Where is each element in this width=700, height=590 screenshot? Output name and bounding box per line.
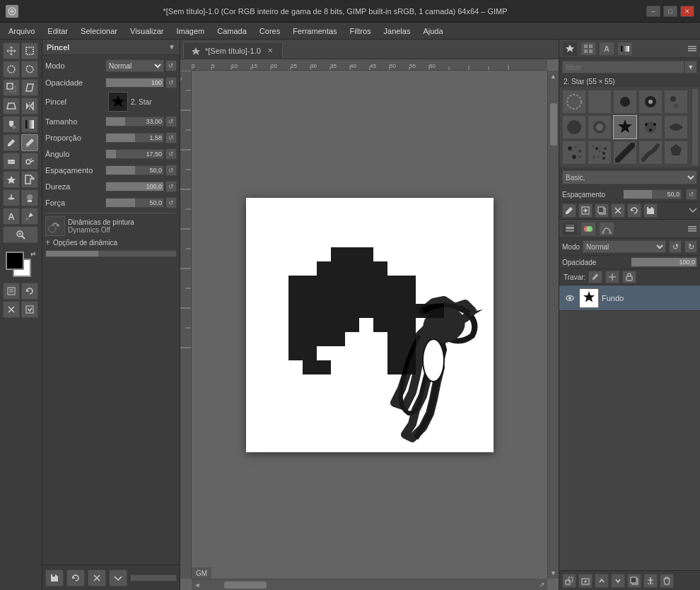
- text-tool[interactable]: A: [3, 208, 20, 225]
- flip-tool[interactable]: [21, 98, 38, 114]
- new-layer-button[interactable]: [578, 574, 593, 588]
- transform-tool[interactable]: [3, 79, 20, 96]
- brush-filter-input[interactable]: [562, 61, 684, 73]
- lock-all-button[interactable]: [622, 271, 636, 283]
- move-tool[interactable]: [3, 42, 20, 59]
- brush-cell-2[interactable]: [588, 90, 612, 114]
- menu-imagem[interactable]: Imagem: [171, 25, 211, 37]
- shear-tool[interactable]: [21, 79, 38, 96]
- opacity-reset[interactable]: ↺: [165, 77, 177, 88]
- layers-undo-button[interactable]: ↺: [669, 240, 682, 253]
- save-preset-button[interactable]: [45, 570, 64, 586]
- menu-visualizar[interactable]: Visualizar: [124, 25, 170, 37]
- layers-redo-button[interactable]: ↻: [684, 240, 697, 253]
- dynamics-slider[interactable]: [45, 250, 177, 257]
- menu-arquivo[interactable]: Arquivo: [3, 25, 40, 37]
- brush-tab-brushes[interactable]: [562, 42, 578, 56]
- menu-filtros[interactable]: Filtros: [344, 25, 377, 37]
- lock-pixels-button[interactable]: [588, 271, 602, 283]
- brush-cell-9[interactable]: [638, 115, 663, 139]
- dynamics-options-row[interactable]: + Opções de dinâmica: [45, 237, 177, 247]
- tool-delete[interactable]: [3, 301, 20, 318]
- tool-restore[interactable]: [21, 283, 38, 300]
- menu-camada[interactable]: Camada: [211, 25, 252, 37]
- duplicate-layer[interactable]: [627, 574, 641, 588]
- brush-cell-7[interactable]: [588, 115, 612, 139]
- nav-icon[interactable]: ↗: [536, 579, 547, 590]
- brush-new-icon[interactable]: [578, 203, 593, 218]
- brush-save-icon[interactable]: [643, 203, 658, 218]
- brush-refresh-icon[interactable]: [627, 203, 641, 218]
- brush-edit-icon[interactable]: [562, 203, 576, 218]
- scroll-thumb-v[interactable]: [550, 103, 557, 146]
- free-select-tool[interactable]: [21, 61, 38, 78]
- layers-opacity-slider[interactable]: 100,0: [631, 257, 698, 267]
- blend-tool[interactable]: [21, 116, 38, 133]
- brush-thumbnail[interactable]: [108, 92, 128, 112]
- new-layer-from-selection[interactable]: [562, 574, 576, 588]
- layers-tab-channels[interactable]: [581, 222, 596, 236]
- panel-expand-icon[interactable]: ▼: [168, 43, 175, 51]
- close-button[interactable]: ✕: [680, 6, 694, 17]
- brush-cell-star[interactable]: [613, 115, 637, 139]
- restore-preset-button[interactable]: [66, 570, 85, 586]
- airbrush-tool[interactable]: [21, 153, 38, 170]
- brush-grid-scrollbar[interactable]: [692, 88, 699, 166]
- canvas-viewport[interactable]: [192, 71, 547, 579]
- zoom-tool[interactable]: [3, 226, 38, 243]
- scroll-left-arrow[interactable]: ◄: [192, 579, 203, 591]
- brush-cell-12[interactable]: [588, 141, 612, 165]
- layers-tab-layers[interactable]: [562, 222, 578, 236]
- brush-delete-icon[interactable]: [611, 203, 625, 218]
- opacity-slider[interactable]: 100: [105, 78, 164, 88]
- foreground-color[interactable]: [6, 252, 24, 270]
- mode-reset[interactable]: ↺: [165, 60, 177, 71]
- paintbrush-tool[interactable]: [21, 134, 38, 151]
- menu-ajuda[interactable]: Ajuda: [417, 25, 448, 37]
- brush-filter-dropdown[interactable]: ▼: [684, 61, 697, 73]
- horizontal-scrollbar[interactable]: ◄ ► ↗: [192, 579, 547, 590]
- brush-cell-5[interactable]: [664, 90, 688, 114]
- vertical-scrollbar[interactable]: ▲ ▼: [547, 71, 559, 579]
- spacing-bar[interactable]: 50,0: [623, 189, 682, 199]
- rect-select-tool[interactable]: [21, 42, 38, 59]
- mode-select[interactable]: Normal: [105, 59, 164, 72]
- move-layer-down[interactable]: [611, 574, 625, 588]
- menu-ferramentas[interactable]: Ferramentas: [287, 25, 342, 37]
- scroll-down-arrow[interactable]: ▼: [548, 567, 559, 579]
- delete-preset-button[interactable]: [88, 570, 106, 586]
- menu-editar[interactable]: Editar: [42, 25, 74, 37]
- brush-cell-4[interactable]: [638, 90, 663, 114]
- clone-tool[interactable]: [21, 171, 38, 188]
- menu-cores[interactable]: Cores: [254, 25, 286, 37]
- table-row[interactable]: Fundo: [559, 285, 700, 311]
- color-pick-tool[interactable]: [21, 208, 38, 225]
- brush-panel-menu[interactable]: [687, 43, 697, 54]
- heal-tool[interactable]: [3, 171, 20, 188]
- smudge-tool[interactable]: [3, 189, 20, 206]
- spacing-reset[interactable]: ↺: [165, 165, 177, 176]
- hardness-reset[interactable]: ↺: [165, 181, 177, 192]
- brush-duplicate-icon[interactable]: [595, 203, 609, 218]
- brush-cell-14[interactable]: [638, 141, 663, 165]
- tool-configure[interactable]: [21, 301, 38, 318]
- maximize-button[interactable]: □: [663, 6, 677, 17]
- brush-category-select[interactable]: Basic,: [562, 170, 697, 184]
- scroll-up-arrow[interactable]: ▲: [548, 71, 559, 82]
- anchor-layer[interactable]: [643, 574, 658, 588]
- minimize-button[interactable]: –: [646, 6, 660, 17]
- force-reset[interactable]: ↺: [165, 197, 177, 208]
- spacing-slider[interactable]: 50,0: [105, 165, 164, 175]
- tool-presets[interactable]: [3, 283, 20, 300]
- angle-reset[interactable]: ↺: [165, 148, 177, 160]
- layers-panel-menu[interactable]: [687, 223, 697, 235]
- brush-panel-config[interactable]: [689, 206, 697, 216]
- brush-tab-patterns[interactable]: [581, 42, 596, 56]
- brush-tab-fonts[interactable]: A: [599, 42, 614, 56]
- swap-colors-icon[interactable]: ⇄: [30, 250, 36, 257]
- ratio-slider[interactable]: 1,58: [105, 133, 164, 143]
- lock-position-button[interactable]: [605, 271, 619, 283]
- layer-visibility-icon[interactable]: [564, 292, 576, 305]
- tab-close-button[interactable]: ✕: [265, 46, 275, 56]
- size-reset[interactable]: ↺: [165, 116, 177, 127]
